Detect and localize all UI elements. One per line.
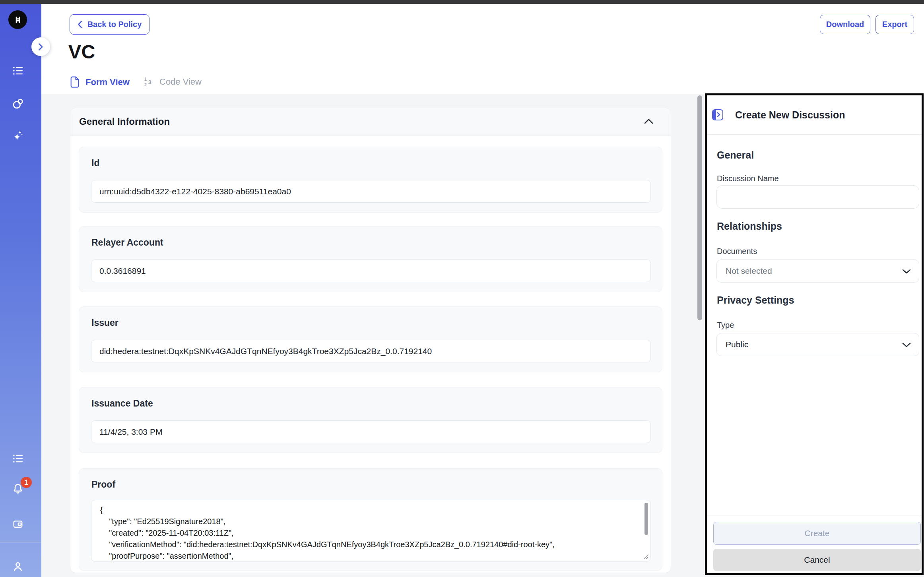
field-section-issuer: Issuer — [79, 306, 662, 372]
panel-header: Create New Discussion — [707, 95, 922, 135]
field-label: Id — [91, 158, 99, 168]
tab-code-view[interactable]: 1 2 3 Code View — [143, 76, 202, 87]
panel-icon-bar — [713, 110, 716, 120]
window-top-strip — [0, 0, 924, 4]
id-field-input[interactable] — [91, 180, 651, 203]
issuer-input[interactable] — [91, 340, 651, 362]
type-label: Type — [717, 321, 734, 330]
type-dropdown-value: Public — [726, 340, 748, 349]
chevron-down-icon — [902, 343, 911, 347]
create-button-label: Create — [804, 529, 829, 538]
general-information-card: General Information Id Relayer Account I… — [70, 108, 671, 573]
sidebar-divider — [0, 542, 41, 542]
sidebar-item-policies[interactable] — [11, 64, 25, 77]
chevron-right-icon — [38, 43, 43, 51]
chevron-up-icon — [644, 118, 653, 124]
field-label: Proof — [91, 479, 115, 490]
sparkles-icon — [12, 129, 24, 142]
resize-handle[interactable] — [644, 554, 648, 559]
field-section-proof: Proof { "type": "Ed25519Signature2018", … — [79, 468, 662, 571]
card-title: General Information — [79, 116, 170, 127]
documents-label: Documents — [717, 247, 757, 256]
chevron-left-icon — [78, 21, 82, 28]
field-section-relayer-account: Relayer Account — [79, 226, 662, 292]
export-label: Export — [882, 20, 907, 29]
card-header: General Information — [70, 108, 671, 136]
sidebar-expand-button[interactable] — [31, 37, 50, 56]
field-section-id: Id — [79, 147, 662, 213]
tab-form-view[interactable]: Form View — [70, 76, 130, 88]
panel-open-icon — [712, 109, 723, 120]
svg-text:1: 1 — [144, 77, 147, 81]
sidebar-item-tokens[interactable] — [11, 97, 25, 110]
list-icon — [12, 452, 24, 465]
sidebar-item-logs[interactable] — [11, 452, 25, 465]
notification-count-badge: 1 — [21, 477, 32, 488]
back-to-policy-label: Back to Policy — [87, 20, 142, 29]
cancel-button[interactable]: Cancel — [713, 549, 921, 571]
chevron-right-icon — [716, 112, 720, 118]
relayer-account-input[interactable] — [91, 259, 651, 282]
sidebar-item-ai[interactable] — [11, 129, 25, 142]
proof-textarea[interactable]: { "type": "Ed25519Signature2018", "creat… — [91, 500, 651, 562]
svg-text:3: 3 — [148, 79, 151, 85]
list-icon — [12, 64, 24, 77]
main-scrollbar-thumb[interactable] — [697, 95, 702, 320]
sidebar: 1 — [0, 4, 41, 577]
create-button[interactable]: Create — [713, 522, 921, 545]
sidebar-item-wallet[interactable] — [11, 517, 25, 531]
rings-icon — [12, 97, 24, 110]
panel-title: Create New Discussion — [735, 109, 845, 121]
tab-form-view-label: Form View — [85, 77, 130, 87]
privacy-settings-heading: Privacy Settings — [717, 294, 794, 306]
hedera-logo — [8, 10, 27, 29]
svg-text:2: 2 — [144, 82, 147, 87]
field-label: Issuance Date — [91, 398, 153, 409]
field-label: Issuer — [91, 318, 118, 328]
code-numbers-icon: 1 2 3 — [143, 76, 154, 87]
wallet-icon — [12, 518, 24, 530]
field-label: Relayer Account — [91, 237, 163, 248]
back-to-policy-button[interactable]: Back to Policy — [70, 14, 149, 35]
sidebar-item-profile[interactable] — [11, 560, 25, 573]
tab-code-view-label: Code View — [159, 77, 202, 87]
document-icon — [70, 76, 80, 88]
cancel-button-label: Cancel — [804, 555, 830, 565]
general-section-heading: General — [717, 149, 754, 161]
proof-scrollbar-thumb[interactable] — [644, 503, 648, 535]
discussion-name-label: Discussion Name — [717, 174, 779, 183]
relationships-section-heading: Relationships — [717, 221, 782, 232]
export-button[interactable]: Export — [875, 15, 914, 34]
documents-dropdown-value: Not selected — [726, 266, 772, 276]
issuance-date-input[interactable] — [91, 420, 651, 443]
panel-footer-divider — [707, 515, 922, 515]
discussion-name-input[interactable] — [716, 185, 919, 209]
documents-dropdown[interactable]: Not selected — [716, 259, 919, 283]
download-button[interactable]: Download — [820, 15, 870, 34]
type-dropdown[interactable]: Public — [716, 333, 919, 356]
download-label: Download — [826, 20, 864, 29]
collapse-section-button[interactable] — [644, 118, 653, 124]
notification-count: 1 — [24, 478, 28, 487]
create-new-discussion-panel: Create New Discussion General Discussion… — [705, 93, 924, 575]
person-icon — [12, 560, 24, 573]
page-title: VC — [68, 41, 95, 63]
resize-grip-icon — [644, 554, 648, 559]
field-section-issuance-date: Issuance Date — [79, 387, 662, 453]
chevron-down-icon — [902, 269, 911, 274]
hedera-h-icon — [13, 15, 23, 25]
